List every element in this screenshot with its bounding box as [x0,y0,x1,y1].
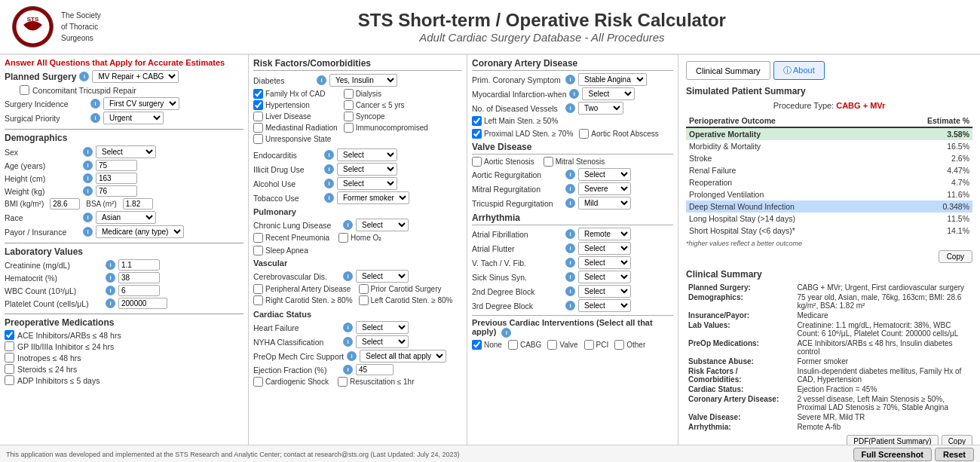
nyha-select[interactable]: Select [356,335,409,348]
ejection-info[interactable]: i [343,365,353,375]
cerebrovascular-select[interactable]: Select [356,270,409,283]
copy-results-button[interactable]: Copy [939,250,972,263]
tobacco-info[interactable]: i [324,193,334,203]
hypertension-checkbox[interactable] [253,100,263,110]
cerebrovascular-info[interactable]: i [343,271,353,281]
sleep-apnea-checkbox[interactable] [253,246,263,255]
myocardial-select[interactable]: Select [582,87,635,100]
aortic-root-abscess-checkbox[interactable] [579,129,589,139]
surgical-priority-select[interactable]: Urgent [103,112,164,124]
home-o2-checkbox[interactable] [338,233,348,243]
concomitant-checkbox[interactable] [20,85,29,95]
peripheral-artery-checkbox[interactable] [253,284,263,294]
tricuspid-regurg-info[interactable]: i [565,198,575,208]
age-info[interactable]: i [83,161,93,170]
prev-cardiac-info[interactable]: i [501,328,511,338]
prior-carotid-checkbox[interactable] [359,284,369,294]
full-screenshot-button[interactable]: Full Screenshot [853,448,933,461]
prev-none-checkbox[interactable] [472,340,482,350]
hematocrit-input[interactable] [118,272,160,283]
tobacco-select[interactable]: Former smoker [337,191,409,204]
right-carotid-checkbox[interactable] [253,295,263,305]
prev-cabg-checkbox[interactable] [508,340,518,350]
planned-surgery-info-icon[interactable]: i [79,72,89,81]
recent-pneumonia-checkbox[interactable] [253,233,263,243]
hematocrit-info[interactable]: i [106,273,115,283]
surgery-incidence-info[interactable]: i [90,99,100,109]
reset-button[interactable]: Reset [935,448,974,461]
aortic-stenosis-checkbox[interactable] [472,157,482,167]
v-tach-info[interactable]: i [565,258,575,268]
resuscitation-checkbox[interactable] [338,377,348,387]
race-select[interactable]: Asian [96,211,156,224]
platelet-input[interactable] [118,298,167,309]
surgical-priority-info[interactable]: i [90,113,100,123]
copy-clinical-summary-button[interactable]: Copy [942,435,972,445]
nyha-info[interactable]: i [343,337,353,347]
wbc-input[interactable] [118,285,160,296]
ace-checkbox[interactable] [5,330,14,340]
mitral-stenosis-checkbox[interactable] [544,157,553,167]
unresponsive-checkbox[interactable] [253,134,263,144]
family-hx-checkbox[interactable] [253,89,263,99]
surgery-incidence-select[interactable]: First CV surgery [103,97,179,110]
bmi-input[interactable] [50,198,80,210]
bsa-input[interactable] [123,198,153,210]
race-info[interactable]: i [83,213,93,222]
illicit-info[interactable]: i [324,164,334,174]
block-3rd-info[interactable]: i [565,301,575,311]
clinical-summary-tab[interactable]: Clinical Summary [686,61,770,80]
age-input[interactable] [96,160,137,171]
aortic-regurg-select[interactable]: Select [578,168,631,181]
sick-sinus-select[interactable]: Select [578,271,631,283]
block-2nd-info[interactable]: i [565,286,575,296]
preop-mech-info[interactable]: i [347,351,357,361]
steroids-checkbox[interactable] [5,364,14,374]
weight-info[interactable]: i [83,186,93,196]
sex-info[interactable]: i [83,147,93,157]
cardiogenic-shock-checkbox[interactable] [253,377,263,387]
prev-pci-checkbox[interactable] [584,340,594,350]
payor-select[interactable]: Medicare (any type) [96,225,184,238]
myocardial-info[interactable]: i [569,89,579,99]
atrial-fib-select[interactable]: Remote [578,228,631,240]
creatinine-info[interactable]: i [106,260,115,270]
wbc-info[interactable]: i [106,286,115,295]
v-tach-select[interactable]: Select [578,256,631,269]
prim-symptom-info[interactable]: i [565,75,575,84]
mitral-regurg-select[interactable]: Severe [578,182,631,195]
heart-failure-info[interactable]: i [343,323,353,332]
cancer-checkbox[interactable] [344,100,354,110]
atrial-flutter-info[interactable]: i [565,243,575,253]
ejection-input[interactable] [356,364,394,375]
adp-checkbox[interactable] [5,375,14,385]
block-2nd-select[interactable]: Select [578,285,631,298]
illicit-select[interactable]: Select [337,163,397,176]
aortic-regurg-info[interactable]: i [565,170,575,179]
diseased-vessels-select[interactable]: Two [578,102,623,115]
chronic-lung-info[interactable]: i [343,220,353,230]
syncope-checkbox[interactable] [344,112,354,121]
prim-symptom-select[interactable]: Stable Angina [578,73,647,86]
atrial-flutter-select[interactable]: Select [578,242,631,255]
chronic-lung-select[interactable]: Select [356,219,409,231]
mitral-regurg-info[interactable]: i [565,184,575,194]
gp-checkbox[interactable] [5,341,14,351]
proximal-lad-checkbox[interactable] [472,129,482,139]
heart-failure-select[interactable]: Select [356,321,409,334]
procedure-select[interactable]: MV Repair + CABG [92,70,179,83]
block-3rd-select[interactable]: Select [578,299,631,312]
diabetes-select[interactable]: Yes, Insulin [329,74,397,87]
immunocompromised-checkbox[interactable] [344,123,354,133]
pdf-patient-summary-button[interactable]: PDF(Patient Summary) [847,435,938,445]
diseased-vessels-info[interactable]: i [565,103,575,113]
inotropes-checkbox[interactable] [5,353,14,363]
left-carotid-checkbox[interactable] [359,295,369,305]
about-tab[interactable]: ⓘ About [773,61,825,80]
mediastinal-checkbox[interactable] [253,123,263,133]
preop-mech-select[interactable]: Select all that apply [360,350,446,363]
liver-disease-checkbox[interactable] [253,112,263,121]
alcohol-select[interactable]: Select [337,177,397,190]
diabetes-info[interactable]: i [317,75,326,85]
endocarditis-select[interactable]: Select [337,148,397,161]
